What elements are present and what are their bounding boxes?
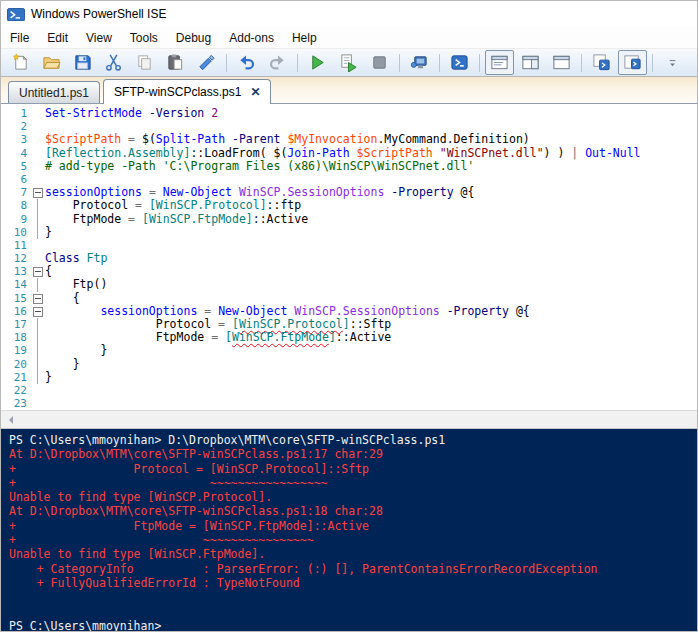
menu-item-tools[interactable]: Tools bbox=[121, 29, 167, 47]
code-text: } bbox=[45, 226, 52, 239]
scroll-left-arrow-icon[interactable] bbox=[5, 416, 13, 424]
fold-region-line bbox=[32, 344, 45, 357]
stop-operation-button[interactable] bbox=[365, 50, 394, 75]
line-number: 7 bbox=[1, 186, 32, 199]
console-error-line: + FtpMode = [WinSCP.FtpMode]::Active bbox=[9, 519, 697, 533]
fold-region-line bbox=[32, 213, 45, 226]
toolbar-separator bbox=[226, 54, 227, 72]
tab-untitled1-ps1[interactable]: Untitled1.ps1 bbox=[8, 81, 100, 103]
fold-collapse-icon[interactable] bbox=[32, 265, 45, 278]
line-number: 15 bbox=[1, 292, 32, 305]
code-text: } bbox=[45, 371, 52, 384]
fold-collapse-icon[interactable] bbox=[32, 186, 45, 199]
console-output-line bbox=[9, 605, 697, 619]
menu-item-file[interactable]: File bbox=[1, 29, 38, 47]
show-script-pane-right-button[interactable] bbox=[516, 50, 545, 75]
new-remote-powershell-tab-button[interactable] bbox=[405, 50, 434, 75]
powershell-icon bbox=[7, 7, 25, 21]
show-script-pane-top-button[interactable] bbox=[485, 50, 514, 75]
clear-console-pane-icon bbox=[197, 53, 216, 72]
menu-item-addons[interactable]: Add-ons bbox=[220, 29, 283, 47]
menu-item-help[interactable]: Help bbox=[283, 29, 326, 47]
code-text: Set-StrictMode -Version 2 bbox=[45, 107, 218, 120]
run-selection-icon bbox=[339, 53, 358, 72]
open-script-icon bbox=[42, 53, 61, 72]
undo-button[interactable] bbox=[232, 50, 261, 75]
line-number: 4 bbox=[1, 147, 32, 160]
paste-icon bbox=[166, 53, 185, 72]
console-error-line: At D:\Dropbox\MTM\core\SFTP-winSCPclass.… bbox=[9, 447, 697, 461]
line-number: 19 bbox=[1, 344, 32, 357]
tab-close-icon[interactable]: ✕ bbox=[250, 86, 260, 98]
code-text: # add-type -Path 'C:\Program Files (x86)… bbox=[45, 160, 474, 173]
fold-gutter bbox=[32, 133, 45, 146]
menu-item-debug[interactable]: Debug bbox=[167, 29, 220, 47]
powershell-ise-window: Windows PowerShell ISE FileEditViewTools… bbox=[0, 0, 698, 632]
console-error-line bbox=[9, 590, 697, 604]
console-pane[interactable]: PS C:\Users\mmoynihan> D:\Dropbox\MTM\co… bbox=[1, 429, 697, 632]
code-line-9: 9 FtpMode = [WinSCP.FtpMode]::Active bbox=[1, 213, 697, 226]
undo-icon bbox=[237, 53, 256, 72]
toolbar-overflow-icon bbox=[663, 53, 682, 72]
line-number: 17 bbox=[1, 318, 32, 331]
code-line-1: 1Set-StrictMode -Version 2 bbox=[1, 107, 697, 120]
fold-region-line bbox=[32, 226, 45, 239]
show-script-pane-maximized-icon bbox=[552, 53, 571, 72]
start-powershell-button[interactable] bbox=[445, 50, 474, 75]
menu-item-view[interactable]: View bbox=[77, 29, 121, 47]
line-number: 23 bbox=[1, 397, 32, 410]
copy-button[interactable] bbox=[130, 50, 159, 75]
toolbar bbox=[1, 48, 697, 76]
stop-operation-icon bbox=[370, 53, 389, 72]
clear-console-pane-button[interactable] bbox=[192, 50, 221, 75]
run-script-button[interactable] bbox=[303, 50, 332, 75]
new-script-button[interactable] bbox=[6, 50, 35, 75]
menu-bar: FileEditViewToolsDebugAdd-onsHelp bbox=[1, 27, 697, 48]
line-number: 22 bbox=[1, 384, 32, 397]
line-number: 11 bbox=[1, 239, 32, 252]
fold-gutter bbox=[32, 160, 45, 173]
show-script-pane-maximized-button[interactable] bbox=[547, 50, 576, 75]
fold-collapse-icon[interactable] bbox=[32, 292, 45, 305]
toolbar-separator bbox=[439, 54, 440, 72]
powershell-tab-window-icon bbox=[592, 53, 611, 72]
show-script-pane-top-icon bbox=[490, 53, 509, 72]
editor-horizontal-scrollbar[interactable] bbox=[1, 410, 697, 429]
fold-region-line bbox=[32, 331, 45, 344]
tab-sftp-winscpclass-ps1[interactable]: SFTP-winSCPclass.ps1✕ bbox=[103, 79, 271, 104]
powershell-console-window-button[interactable] bbox=[618, 50, 647, 75]
run-selection-button[interactable] bbox=[334, 50, 363, 75]
toolbar-overflow-button[interactable] bbox=[658, 50, 687, 75]
script-editor-pane[interactable]: 1Set-StrictMode -Version 223$ScriptPath … bbox=[1, 104, 697, 410]
line-number: 5 bbox=[1, 160, 32, 173]
code-line-10: 10} bbox=[1, 226, 697, 239]
save-script-button[interactable] bbox=[68, 50, 97, 75]
console-error-line: + ~~~~~~~~~~~~~~~~~ bbox=[9, 476, 697, 490]
window-title: Windows PowerShell ISE bbox=[31, 7, 166, 21]
paste-button[interactable] bbox=[161, 50, 190, 75]
fold-collapse-icon[interactable] bbox=[32, 305, 45, 318]
code-text: FtpMode = [WinSCP.FtpMode]::Active bbox=[45, 213, 308, 226]
redo-icon bbox=[268, 53, 287, 72]
fold-gutter bbox=[32, 173, 45, 186]
run-script-icon bbox=[308, 53, 327, 72]
new-script-icon bbox=[11, 53, 30, 72]
line-number: 10 bbox=[1, 226, 32, 239]
console-error-line: + FullyQualifiedErrorId : TypeNotFound bbox=[9, 576, 697, 590]
line-number: 6 bbox=[1, 173, 32, 186]
fold-region-line bbox=[32, 371, 45, 384]
cut-button[interactable] bbox=[99, 50, 128, 75]
redo-button[interactable] bbox=[263, 50, 292, 75]
code-line-19: 19 } bbox=[1, 344, 697, 357]
line-number: 1 bbox=[1, 107, 32, 120]
line-number: 16 bbox=[1, 305, 32, 318]
menu-item-edit[interactable]: Edit bbox=[38, 29, 77, 47]
line-number: 12 bbox=[1, 252, 32, 265]
console-error-line: Unable to find type [WinSCP.FtpMode]. bbox=[9, 547, 697, 561]
powershell-tab-window-button[interactable] bbox=[587, 50, 616, 75]
open-script-button[interactable] bbox=[37, 50, 66, 75]
fold-region-line bbox=[32, 358, 45, 371]
copy-icon bbox=[135, 53, 154, 72]
console-error-line: Unable to find type [WinSCP.Protocol]. bbox=[9, 490, 697, 504]
title-bar: Windows PowerShell ISE bbox=[1, 1, 697, 27]
